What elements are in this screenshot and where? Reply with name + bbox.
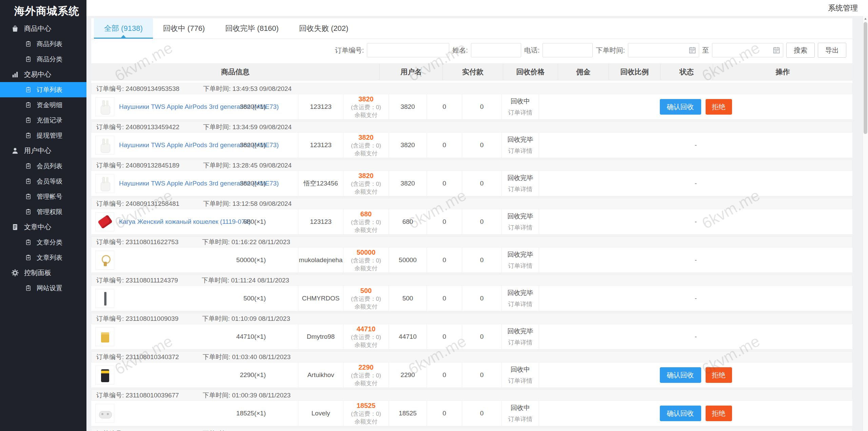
- sidebar-item-提现管理[interactable]: 提现管理: [0, 128, 86, 143]
- username: 123123: [310, 103, 331, 111]
- username: 123123: [310, 141, 331, 149]
- confirm-recycle-button[interactable]: 确认回收: [660, 406, 701, 421]
- recycle-price: 3820: [400, 180, 415, 187]
- username: Artuikhov: [307, 371, 334, 379]
- sidebar-item-文章中心[interactable]: 文章中心: [0, 219, 86, 235]
- sidebar-item-商品列表[interactable]: 商品列表: [0, 36, 86, 52]
- sidebar-item-商品中心[interactable]: 商品中心: [0, 21, 86, 36]
- sidebar-item-商品分类[interactable]: 商品分类: [0, 52, 86, 67]
- phone-label: 电话:: [524, 46, 540, 55]
- order-detail-link[interactable]: 订单详情: [508, 147, 533, 155]
- search-button[interactable]: 搜索: [786, 43, 815, 58]
- sidebar-item-网站设置[interactable]: 网站设置: [0, 280, 86, 296]
- clipboard-icon: [24, 132, 32, 139]
- commission: 0: [442, 371, 446, 379]
- sidebar-item-用户中心[interactable]: 用户中心: [0, 143, 86, 158]
- paid-amount: 18525: [357, 401, 376, 410]
- product-qty: 680(×1): [243, 218, 266, 226]
- sidebar-item-label: 文章中心: [24, 222, 51, 232]
- name-input[interactable]: [471, 43, 521, 57]
- tab-回收完毕 (8160)[interactable]: 回收完毕 (8160): [215, 18, 289, 39]
- tab-回收失败 (202)[interactable]: 回收失败 (202): [289, 18, 358, 39]
- sidebar-item-文章分类[interactable]: 文章分类: [0, 235, 86, 250]
- pay-method: 余额支付: [355, 150, 378, 157]
- order-detail-link[interactable]: 订单详情: [508, 185, 533, 193]
- sidebar-item-管理权限[interactable]: 管理权限: [0, 204, 86, 219]
- sidebar-item-交易中心[interactable]: 交易中心: [0, 67, 86, 82]
- tab-回收中 (776)[interactable]: 回收中 (776): [153, 18, 215, 39]
- sidebar-item-控制面板[interactable]: 控制面板: [0, 265, 86, 280]
- sidebar-item-label: 提现管理: [37, 131, 62, 140]
- order-time: 下单时间: 01:11:24 08/11/2023: [202, 276, 289, 285]
- scroll-up-icon[interactable]: ▲: [863, 16, 868, 21]
- recycle-ratio: 0: [480, 410, 484, 417]
- bag-icon: [11, 25, 19, 33]
- order-strip: 订单编号: 240809131258481下单时间: 13:12:58 09/0…: [91, 198, 852, 209]
- sidebar-item-订单列表[interactable]: 订单列表: [0, 82, 86, 97]
- recycle-ratio: 0: [480, 333, 484, 340]
- order-strip: 订单编号: 231108005701687下单时间: 00:57:01 08/1…: [91, 428, 852, 431]
- column-header-佣金: 佣金: [558, 64, 609, 80]
- confirm-recycle-button[interactable]: 确认回收: [660, 367, 701, 383]
- order-detail-link[interactable]: 订单详情: [508, 223, 533, 232]
- pay-method: 余额支付: [355, 418, 378, 426]
- product-image: [95, 212, 114, 231]
- order-detail-link[interactable]: 订单详情: [508, 415, 533, 423]
- sidebar-item-文章列表[interactable]: 文章列表: [0, 250, 86, 265]
- paid-amount: 3820: [358, 133, 374, 142]
- sidebar-item-管理帐号[interactable]: 管理帐号: [0, 189, 86, 204]
- reject-button[interactable]: 拒绝: [706, 406, 732, 421]
- tabbar: 全部 (9138)回收中 (776)回收完毕 (8160)回收失败 (202): [91, 18, 852, 39]
- product-qty: 3820(×1): [240, 180, 266, 187]
- order-row: Кагуа Женский кожаный кошелек (1119-074)…: [91, 209, 852, 235]
- clipboard-icon: [24, 254, 32, 261]
- column-header-商品信息: 商品信息: [91, 64, 380, 80]
- scrollbar[interactable]: ▲: [863, 16, 868, 431]
- sidebar-item-充值记录[interactable]: 充值记录: [0, 113, 86, 128]
- sidebar-item-会员等级[interactable]: 会员等级: [0, 174, 86, 189]
- order-time: 下单时间: 01:16:22 08/11/2023: [202, 238, 290, 247]
- reject-button[interactable]: 拒绝: [706, 367, 732, 383]
- export-button[interactable]: 导出: [818, 43, 846, 58]
- product-link[interactable]: Кагуа Женский кожаный кошелек (1119-074): [119, 218, 251, 226]
- product-qty: 44710(×1): [236, 333, 266, 340]
- pay-method: 余额支付: [355, 111, 378, 119]
- app-title: 海外商城系统: [0, 0, 86, 21]
- username: mukoladejneha: [299, 256, 343, 264]
- clipboard-icon: [24, 209, 32, 215]
- order-no: 订单编号: 231108011009039: [96, 314, 178, 323]
- order-detail-link[interactable]: 订单详情: [508, 338, 533, 347]
- order-no-input[interactable]: [367, 43, 449, 57]
- order-detail-link[interactable]: 订单详情: [508, 109, 533, 117]
- product-qty: 3820(×1): [240, 103, 266, 111]
- calendar-icon[interactable]: [688, 46, 696, 54]
- clipboard-icon: [24, 178, 32, 184]
- order-detail-link[interactable]: 订单详情: [508, 300, 533, 308]
- sidebar-item-资金明细[interactable]: 资金明细: [0, 97, 86, 113]
- reject-button[interactable]: 拒绝: [706, 99, 732, 115]
- calendar-icon[interactable]: [772, 46, 781, 54]
- product-qty: 50000(×1): [236, 256, 266, 264]
- order-row: Наушники TWS Apple AirPods 3rd generatio…: [91, 171, 852, 196]
- tab-全部 (9138)[interactable]: 全部 (9138): [94, 18, 153, 39]
- sidebar-item-label: 用户中心: [24, 146, 51, 155]
- sidebar-item-label: 充值记录: [37, 116, 62, 125]
- recycle-price: 18525: [399, 410, 417, 417]
- system-admin-menu[interactable]: 系统管理: [828, 0, 858, 16]
- order-strip: 订单编号: 231108011124379下单时间: 01:11:24 08/1…: [91, 275, 852, 286]
- sidebar-item-label: 交易中心: [24, 70, 51, 79]
- order-block: 订单编号: 231108010340372下单时间: 01:03:40 08/1…: [91, 351, 852, 390]
- sidebar-item-label: 商品中心: [24, 24, 51, 33]
- time-label: 下单时间:: [596, 46, 625, 55]
- order-row: 2290(×1)Artuikhov2290(含运费：0)余额支付229000回收…: [91, 362, 852, 388]
- no-action-dash: -: [695, 141, 697, 149]
- scroll-thumb[interactable]: [864, 22, 867, 134]
- order-block: 订单编号: 231108011622753下单时间: 01:16:22 08/1…: [91, 236, 852, 275]
- phone-input[interactable]: [542, 43, 593, 57]
- username: Dmytro98: [307, 333, 335, 340]
- sidebar-item-label: 文章分类: [37, 238, 62, 247]
- order-detail-link[interactable]: 订单详情: [508, 262, 533, 270]
- confirm-recycle-button[interactable]: 确认回收: [660, 99, 701, 115]
- order-detail-link[interactable]: 订单详情: [508, 377, 533, 385]
- sidebar-item-会员列表[interactable]: 会员列表: [0, 158, 86, 174]
